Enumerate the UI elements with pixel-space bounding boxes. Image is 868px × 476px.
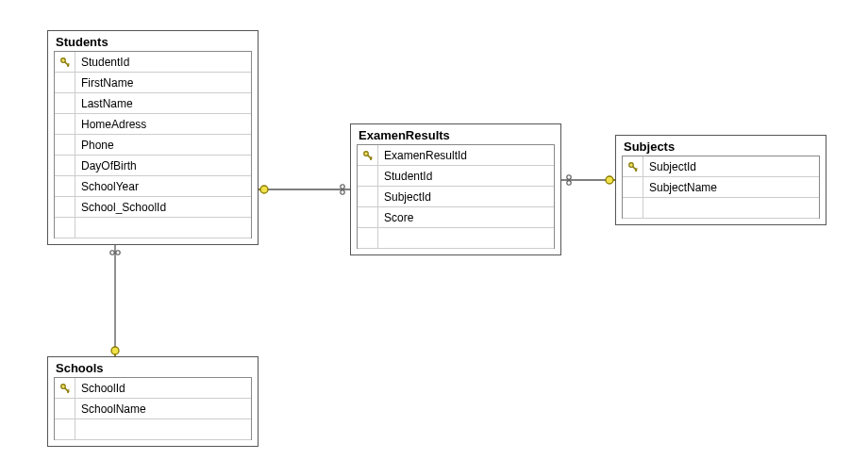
svg-point-20 — [260, 186, 268, 193]
table-row[interactable]: HomeAdress — [55, 114, 251, 135]
table-row[interactable]: ExamenResultId — [358, 145, 554, 166]
column-name: StudentId — [378, 170, 554, 183]
table-row[interactable]: DayOfBirth — [55, 156, 251, 176]
er-diagram-canvas: StudentsStudentIdFirstNameLastNameHomeAd… — [0, 0, 868, 476]
primary-key-icon — [623, 156, 643, 176]
primary-key-icon — [358, 145, 378, 165]
column-name: SchoolYear — [75, 180, 251, 193]
key-cell-empty — [358, 207, 378, 227]
svg-point-28 — [110, 251, 114, 254]
svg-point-29 — [116, 251, 120, 254]
table-row[interactable]: SchoolId — [55, 378, 251, 399]
table-row-blank — [55, 218, 251, 238]
table-row[interactable]: Score — [358, 207, 554, 228]
table-columns: StudentIdFirstNameLastNameHomeAdressPhon… — [54, 51, 252, 238]
key-cell-empty — [55, 218, 75, 238]
key-cell-empty — [55, 156, 75, 175]
svg-point-24 — [567, 175, 571, 179]
table-row[interactable]: SubjectId — [358, 187, 554, 207]
table-row[interactable]: School_SchoolId — [55, 197, 251, 218]
svg-point-26 — [606, 176, 613, 184]
column-name: SubjectId — [643, 160, 819, 173]
table-title: ExamenResults — [351, 124, 560, 144]
key-icon — [58, 56, 72, 69]
table-row[interactable]: Phone — [55, 135, 251, 156]
key-icon — [361, 149, 375, 162]
table-title: Schools — [48, 357, 258, 377]
primary-key-icon — [55, 52, 75, 72]
table-row-blank — [55, 419, 251, 440]
column-name: SchoolId — [75, 382, 251, 395]
key-cell-empty — [623, 198, 643, 218]
column-name: DayOfBirth — [75, 159, 251, 172]
table-schools[interactable]: SchoolsSchoolIdSchoolName — [47, 356, 259, 447]
key-cell-empty — [55, 419, 75, 439]
table-columns: SchoolIdSchoolName — [54, 377, 252, 440]
table-row[interactable]: StudentId — [358, 166, 554, 187]
column-name: Score — [378, 211, 554, 224]
key-cell-empty — [55, 197, 75, 217]
svg-point-25 — [567, 181, 571, 185]
key-cell-empty — [55, 399, 75, 419]
key-icon — [626, 160, 640, 173]
key-cell-empty — [623, 177, 643, 197]
table-columns: ExamenResultIdStudentIdSubjectIdScore — [357, 144, 555, 249]
primary-key-icon — [55, 378, 75, 398]
column-name: SubjectId — [378, 190, 554, 204]
table-row[interactable]: LastName — [55, 93, 251, 114]
table-row[interactable]: FirstName — [55, 73, 251, 93]
key-cell-empty — [55, 114, 75, 134]
table-students[interactable]: StudentsStudentIdFirstNameLastNameHomeAd… — [47, 30, 259, 245]
column-name: ExamenResultId — [378, 149, 554, 162]
svg-point-30 — [111, 347, 119, 354]
table-row[interactable]: SchoolYear — [55, 176, 251, 197]
key-cell-empty — [358, 166, 378, 186]
key-cell-empty — [358, 228, 378, 248]
table-title: Subjects — [616, 136, 826, 156]
key-cell-empty — [55, 135, 75, 155]
svg-point-6 — [364, 152, 366, 154]
table-row-blank — [358, 228, 554, 249]
svg-point-23 — [341, 190, 344, 194]
table-row[interactable]: SubjectName — [623, 177, 819, 198]
table-subjects[interactable]: SubjectsSubjectIdSubjectName — [615, 135, 826, 225]
column-name: SubjectName — [643, 181, 819, 194]
svg-point-22 — [341, 185, 344, 189]
table-row-blank — [623, 198, 819, 219]
table-row[interactable]: StudentId — [55, 52, 251, 73]
column-name: StudentId — [75, 56, 251, 69]
table-row[interactable]: SubjectId — [623, 156, 819, 177]
table-examenResults[interactable]: ExamenResultsExamenResultIdStudentIdSubj… — [350, 123, 561, 255]
column-name: SchoolName — [75, 402, 251, 416]
column-name: HomeAdress — [75, 118, 251, 131]
table-row[interactable]: SchoolName — [55, 399, 251, 419]
column-name: FirstName — [75, 76, 251, 90]
svg-point-16 — [61, 385, 63, 386]
column-name: Phone — [75, 139, 251, 152]
column-name: School_SchoolId — [75, 201, 251, 214]
key-cell-empty — [358, 187, 378, 206]
svg-point-11 — [629, 163, 631, 165]
key-cell-empty — [55, 176, 75, 196]
svg-point-1 — [61, 58, 63, 60]
key-cell-empty — [55, 73, 75, 92]
table-columns: SubjectIdSubjectName — [622, 156, 820, 219]
table-title: Students — [48, 31, 258, 51]
key-cell-empty — [55, 93, 75, 113]
column-name: LastName — [75, 97, 251, 110]
key-icon — [58, 382, 72, 395]
